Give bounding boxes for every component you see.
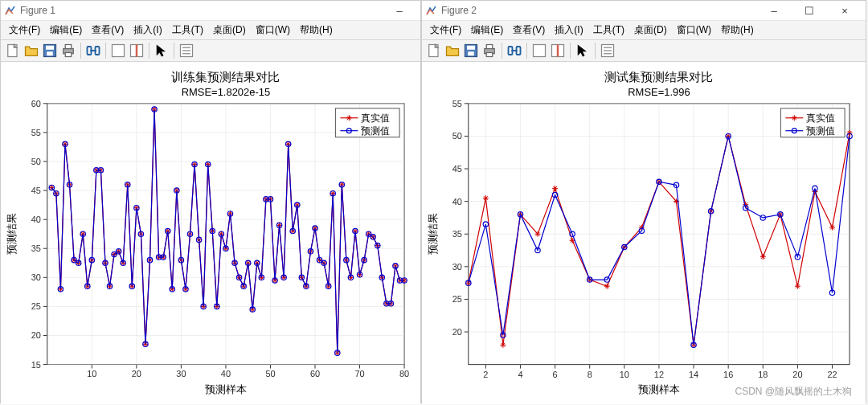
svg-text:40: 40 bbox=[221, 370, 231, 379]
svg-text:45: 45 bbox=[31, 186, 41, 195]
menu-item[interactable]: 插入(I) bbox=[550, 21, 588, 39]
svg-text:22: 22 bbox=[827, 370, 837, 379]
menu-item[interactable]: 编辑(E) bbox=[466, 21, 508, 39]
menu-item[interactable]: 查看(V) bbox=[508, 21, 550, 39]
win2-icon[interactable] bbox=[549, 42, 567, 59]
svg-text:8: 8 bbox=[588, 370, 592, 379]
toolbar-separator bbox=[502, 43, 502, 59]
svg-text:40: 40 bbox=[31, 215, 41, 224]
svg-text:50: 50 bbox=[452, 131, 462, 141]
svg-text:45: 45 bbox=[452, 164, 462, 174]
new-icon[interactable] bbox=[4, 42, 22, 59]
menu-item[interactable]: 编辑(E) bbox=[45, 21, 87, 39]
menubar: 文件(F)编辑(E)查看(V)插入(I)工具(T)桌面(D)窗口(W)帮助(H) bbox=[422, 21, 866, 40]
svg-text:6: 6 bbox=[553, 370, 558, 379]
toolbar bbox=[422, 40, 866, 62]
svg-text:训练集预测结果对比: 训练集预测结果对比 bbox=[171, 70, 280, 84]
matlab-figure-icon bbox=[4, 4, 17, 17]
svg-rect-496 bbox=[534, 45, 546, 57]
save-icon[interactable] bbox=[41, 42, 59, 59]
svg-text:50: 50 bbox=[31, 157, 41, 166]
inspect-icon[interactable] bbox=[599, 42, 616, 59]
svg-text:10: 10 bbox=[620, 370, 629, 379]
svg-text:4: 4 bbox=[518, 370, 522, 379]
win2-icon[interactable] bbox=[128, 42, 145, 59]
menu-item[interactable]: 窗口(W) bbox=[251, 21, 295, 39]
menu-item[interactable]: 桌面(D) bbox=[629, 21, 672, 39]
svg-text:预测样本: 预测样本 bbox=[638, 384, 680, 396]
svg-text:20: 20 bbox=[31, 330, 41, 340]
svg-rect-3 bbox=[47, 51, 53, 55]
menu-item[interactable]: 工具(T) bbox=[588, 21, 629, 39]
svg-text:25: 25 bbox=[31, 301, 41, 311]
svg-rect-488 bbox=[467, 46, 475, 50]
minimize-button[interactable]: – bbox=[382, 1, 417, 20]
win1-icon[interactable] bbox=[109, 42, 127, 59]
menu-item[interactable]: 文件(F) bbox=[425, 21, 466, 39]
svg-text:70: 70 bbox=[354, 370, 364, 379]
svg-text:12: 12 bbox=[654, 370, 664, 379]
svg-text:RMSE=1.996: RMSE=1.996 bbox=[628, 86, 690, 98]
svg-text:预测样本: 预测样本 bbox=[205, 383, 247, 395]
svg-text:16: 16 bbox=[723, 370, 733, 379]
menu-item[interactable]: 帮助(H) bbox=[295, 21, 338, 39]
link-icon[interactable] bbox=[506, 42, 523, 59]
svg-rect-491 bbox=[486, 45, 493, 49]
open-icon[interactable] bbox=[23, 42, 40, 59]
menu-item[interactable]: 插入(I) bbox=[129, 21, 166, 39]
svg-text:25: 25 bbox=[452, 294, 462, 304]
new-icon[interactable] bbox=[425, 42, 443, 59]
svg-text:2: 2 bbox=[483, 370, 488, 379]
menu-item[interactable]: 文件(F) bbox=[4, 21, 45, 39]
svg-text:10: 10 bbox=[87, 370, 96, 379]
svg-rect-6 bbox=[65, 53, 72, 57]
menu-item[interactable]: 窗口(W) bbox=[672, 21, 716, 39]
svg-text:真实值: 真实值 bbox=[806, 112, 835, 124]
svg-text:50: 50 bbox=[265, 370, 275, 379]
titlebar: Figure 1 – bbox=[1, 1, 420, 21]
svg-text:20: 20 bbox=[132, 370, 141, 379]
svg-text:预测值: 预测值 bbox=[361, 125, 390, 137]
link-icon[interactable] bbox=[84, 42, 102, 59]
menu-item[interactable]: 查看(V) bbox=[87, 21, 129, 39]
cursor-icon[interactable] bbox=[153, 42, 170, 59]
svg-text:真实值: 真实值 bbox=[361, 112, 390, 124]
svg-rect-489 bbox=[468, 51, 474, 55]
open-icon[interactable] bbox=[444, 42, 461, 59]
menu-item[interactable]: 工具(T) bbox=[167, 21, 208, 39]
svg-text:18: 18 bbox=[758, 370, 768, 379]
toolbar bbox=[1, 40, 420, 62]
minimize-button[interactable]: – bbox=[756, 1, 792, 20]
titlebar: Figure 2 – ☐ × bbox=[422, 1, 866, 21]
inspect-icon[interactable] bbox=[178, 42, 195, 59]
window-title: Figure 2 bbox=[441, 5, 756, 16]
svg-text:60: 60 bbox=[310, 370, 320, 379]
menu-item[interactable]: 帮助(H) bbox=[716, 21, 759, 39]
maximize-button[interactable]: ☐ bbox=[792, 1, 827, 20]
win1-icon[interactable] bbox=[530, 42, 548, 59]
print-icon[interactable] bbox=[481, 42, 498, 59]
menu-item[interactable]: 桌面(D) bbox=[208, 21, 251, 39]
svg-rect-492 bbox=[486, 53, 493, 57]
toolbar-separator bbox=[105, 43, 106, 59]
svg-text:80: 80 bbox=[399, 370, 409, 379]
toolbar-separator bbox=[80, 43, 81, 59]
window-title: Figure 1 bbox=[20, 5, 382, 16]
svg-rect-2 bbox=[46, 46, 54, 50]
svg-text:30: 30 bbox=[176, 370, 186, 379]
menubar: 文件(F)编辑(E)查看(V)插入(I)工具(T)桌面(D)窗口(W)帮助(H) bbox=[1, 21, 420, 40]
toolbar-separator bbox=[174, 43, 174, 59]
print-icon[interactable] bbox=[59, 42, 77, 59]
svg-text:预测值: 预测值 bbox=[806, 125, 835, 137]
toolbar-separator bbox=[149, 43, 149, 59]
svg-rect-5 bbox=[65, 45, 72, 49]
toolbar-separator bbox=[570, 43, 571, 59]
svg-text:35: 35 bbox=[452, 229, 462, 239]
svg-text:55: 55 bbox=[452, 99, 462, 108]
titlebar-buttons: – bbox=[382, 1, 417, 20]
save-icon[interactable] bbox=[462, 42, 480, 59]
svg-text:RMSE=1.8202e-15: RMSE=1.8202e-15 bbox=[182, 86, 270, 98]
plot-area: 2468101214161820222025303540455055测试集预测结… bbox=[422, 62, 866, 404]
close-button[interactable]: × bbox=[827, 1, 862, 20]
cursor-icon[interactable] bbox=[574, 42, 592, 59]
